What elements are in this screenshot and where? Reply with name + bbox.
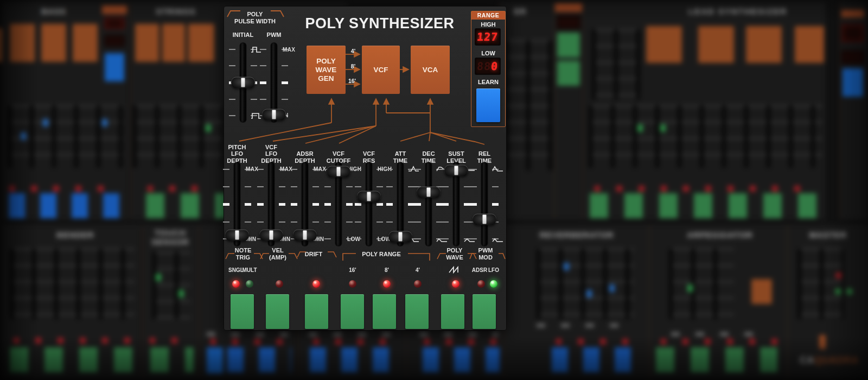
vcf-box: VCF: [362, 46, 400, 94]
slider-handle[interactable]: [417, 186, 441, 198]
bg-slider-handle: [687, 284, 693, 292]
range-16-button[interactable]: [341, 294, 364, 329]
bg-display: [841, 50, 864, 64]
octave-label-4: 4': [347, 48, 360, 54]
slider-track[interactable]: [426, 162, 432, 246]
range-8-led: [383, 280, 391, 288]
bracket-long-right-icon: [407, 252, 430, 261]
slider-label: PWM: [251, 31, 297, 39]
bg-module-title: BASS: [13, 7, 94, 16]
pwm-mod-button[interactable]: [473, 294, 496, 329]
bg-module-title: ER: [504, 7, 537, 16]
app-window: BASS STRINGS ER: [0, 0, 868, 380]
bg-slider-handle: [102, 119, 107, 126]
learn-button[interactable]: [476, 88, 500, 122]
bg-slider-handle: [609, 284, 615, 292]
poly-synthesizer-panel: POLY SYNTHESIZER: [224, 7, 506, 330]
bg-orange-box: [135, 24, 159, 62]
bg-module-mixer: ER: [499, 2, 556, 219]
bg-module-reverb: REVERBERATOR: [503, 225, 649, 378]
bg-module-transpose: [554, 2, 582, 219]
bg-orange-box: [41, 24, 66, 62]
bracket-left-icon: [469, 252, 477, 259]
sawtooth-icon: [448, 265, 461, 274]
bg-labels: [537, 324, 623, 327]
slider-track[interactable]: [482, 162, 488, 246]
range-16-label: 16': [342, 267, 363, 273]
bg-orange-box: [188, 24, 214, 62]
bg-learn-button: [105, 53, 124, 81]
mult-label: MULT: [239, 267, 260, 273]
bg-logo-mark: [819, 335, 826, 349]
bg-orange-box: [162, 24, 185, 62]
range-high-label: HIGH: [471, 21, 505, 28]
tick-marks: [260, 47, 266, 118]
tick-marks: [414, 166, 421, 242]
range-learn-label: LEARN: [471, 79, 505, 85]
bg-module-title: STRINGS: [135, 7, 216, 16]
bg-up-button: [557, 33, 580, 58]
bg-buttons: [552, 347, 632, 372]
slider-handle[interactable]: [357, 191, 381, 202]
bg-sliders: [152, 252, 190, 319]
bg-orange-box: [73, 24, 98, 62]
bg-sliders: [10, 249, 135, 319]
drift-led: [312, 280, 320, 288]
bg-header: [841, 10, 864, 17]
slider-handle[interactable]: [327, 166, 350, 177]
bg-range-header: [102, 5, 127, 14]
bracket-right-icon: [327, 250, 337, 258]
slider-handle[interactable]: [444, 165, 468, 176]
bg-buttons: [150, 347, 194, 372]
range-8-button[interactable]: [373, 294, 396, 329]
bg-slider-handle: [21, 132, 26, 140]
bg-sliders: [589, 105, 822, 168]
bg-labels: [309, 332, 395, 336]
slider-handle[interactable]: [262, 109, 286, 121]
slider-handle[interactable]: [225, 230, 249, 241]
slider-handle[interactable]: [388, 231, 412, 243]
bg-leds: [147, 186, 212, 192]
pwm-adsr-led: [477, 280, 485, 288]
bg-sliders: [537, 249, 634, 319]
bg-slider-handle: [660, 124, 666, 132]
tick-marks: [355, 166, 361, 242]
slider-handle[interactable]: [259, 230, 283, 241]
slider-handle[interactable]: [231, 77, 255, 88]
slider-handle[interactable]: [293, 230, 317, 241]
bg-module-bender: BENDER: [2, 225, 141, 378]
bg-display: [104, 17, 125, 29]
bg-orange-box: [698, 26, 734, 63]
bg-leds: [660, 339, 780, 345]
vel-amp-button[interactable]: [266, 294, 289, 329]
range-low-display: 888 0: [475, 58, 500, 74]
drift-button[interactable]: [305, 294, 328, 329]
poly-wave-gen-box: POLY WAVE GEN: [307, 46, 346, 94]
bg-module-touch: TOUCH SENSOR: [142, 225, 198, 378]
slider-track[interactable]: [366, 162, 372, 246]
bg-module-title: REVERBERATOR: [522, 230, 631, 239]
bg-slider-handle: [637, 124, 643, 132]
note-trig-button[interactable]: [231, 294, 254, 329]
release-short-icon: [492, 236, 504, 243]
range-4-button[interactable]: [405, 294, 429, 329]
bg-leds: [424, 339, 497, 345]
tick-marks: [492, 166, 499, 242]
bg-display: [841, 24, 864, 42]
bg-orange-box: [751, 279, 772, 304]
bg-orange-box: [10, 24, 35, 62]
bracket-right-icon: [270, 9, 285, 18]
tick-marks: [442, 166, 449, 242]
bg-sliders: [592, 29, 641, 100]
bracket-left-icon: [297, 250, 307, 258]
slider-handle[interactable]: [473, 214, 496, 225]
bg-orange-box: [795, 26, 824, 63]
poly-wave-button[interactable]: [441, 294, 464, 329]
range-4-led: [414, 280, 422, 288]
bg-module-bass: BASS: [2, 2, 129, 219]
bg-orange-box: [746, 26, 782, 63]
bracket-left-icon: [437, 252, 446, 259]
bg-slider-handle: [156, 274, 161, 281]
bracket-left-icon: [260, 252, 270, 259]
bg-buttons: [656, 347, 777, 372]
